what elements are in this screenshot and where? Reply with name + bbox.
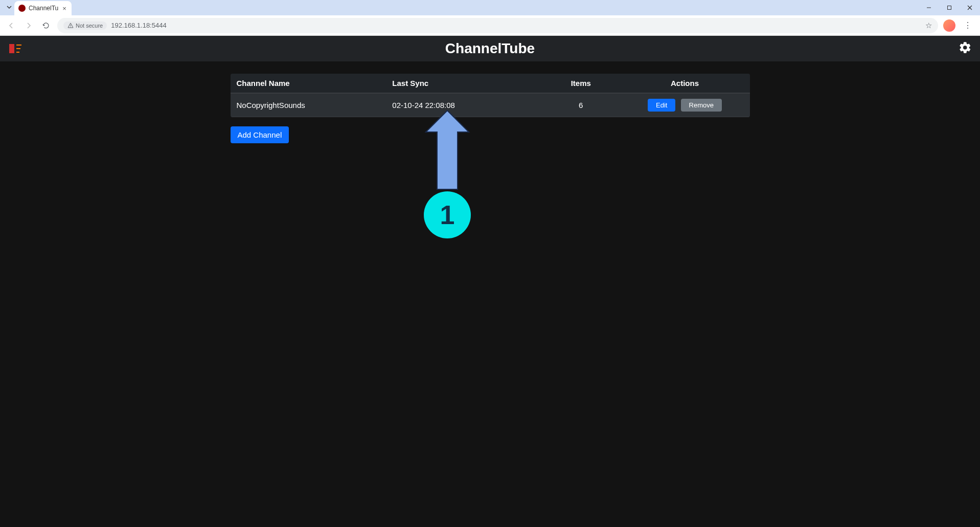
app-container: ChannelTube Channel Name Last Sync Items…	[0, 36, 980, 527]
app-header: ChannelTube	[0, 36, 980, 61]
url-text: 192.168.1.18:5444	[111, 21, 166, 29]
warning-icon	[67, 23, 74, 29]
tab-close-icon[interactable]: ×	[61, 5, 67, 12]
tab-title: ChannelTu	[29, 5, 58, 12]
settings-gear-icon[interactable]	[959, 41, 972, 56]
bookmark-star-icon[interactable]: ☆	[925, 21, 932, 30]
maximize-button[interactable]	[939, 0, 960, 15]
cell-items: 6	[542, 93, 620, 117]
app-logo-icon[interactable]	[8, 42, 24, 55]
profile-avatar[interactable]	[943, 19, 955, 32]
tab-region: ChannelTu ×	[0, 0, 72, 15]
svg-rect-1	[948, 6, 951, 10]
close-window-button[interactable]	[960, 0, 980, 15]
remove-button[interactable]: Remove	[681, 99, 722, 112]
col-header-name: Channel Name	[231, 74, 386, 93]
minimize-button[interactable]	[919, 0, 939, 15]
window-controls	[919, 0, 980, 15]
browser-menu-icon[interactable]: ⋮	[961, 20, 975, 30]
col-header-actions: Actions	[620, 74, 749, 93]
browser-tab[interactable]: ChannelTu ×	[14, 1, 72, 15]
browser-toolbar: Not secure 192.168.1.18:5444 ☆ ⋮	[0, 15, 980, 36]
cell-last-sync: 02-10-24 22:08:08	[386, 93, 542, 117]
add-channel-button[interactable]: Add Channel	[231, 126, 289, 143]
tab-search-dropdown[interactable]	[4, 4, 14, 12]
channels-table: Channel Name Last Sync Items Actions NoC…	[231, 74, 750, 117]
security-label: Not secure	[76, 23, 103, 29]
col-header-sync: Last Sync	[386, 74, 542, 93]
security-chip[interactable]: Not secure	[63, 21, 107, 30]
back-button[interactable]	[5, 19, 17, 32]
svg-point-9	[424, 191, 471, 238]
cell-channel-name: NoCopyrightSounds	[231, 93, 386, 117]
table-row: NoCopyrightSounds 02-10-24 22:08:08 6 Ed…	[231, 93, 750, 117]
edit-button[interactable]: Edit	[648, 99, 675, 112]
table-header-row: Channel Name Last Sync Items Actions	[231, 74, 750, 93]
cell-actions: Edit Remove	[620, 93, 749, 117]
col-header-items: Items	[542, 74, 620, 93]
forward-button[interactable]	[22, 19, 35, 32]
tab-favicon	[18, 5, 26, 12]
browser-titlebar: ChannelTu ×	[0, 0, 980, 15]
annotation-number: 1	[440, 200, 455, 230]
content-wrap: Channel Name Last Sync Items Actions NoC…	[224, 61, 756, 156]
svg-point-5	[70, 26, 71, 27]
address-bar[interactable]: Not secure 192.168.1.18:5444 ☆	[57, 18, 938, 33]
app-title: ChannelTube	[445, 40, 535, 57]
reload-button[interactable]	[40, 19, 52, 32]
